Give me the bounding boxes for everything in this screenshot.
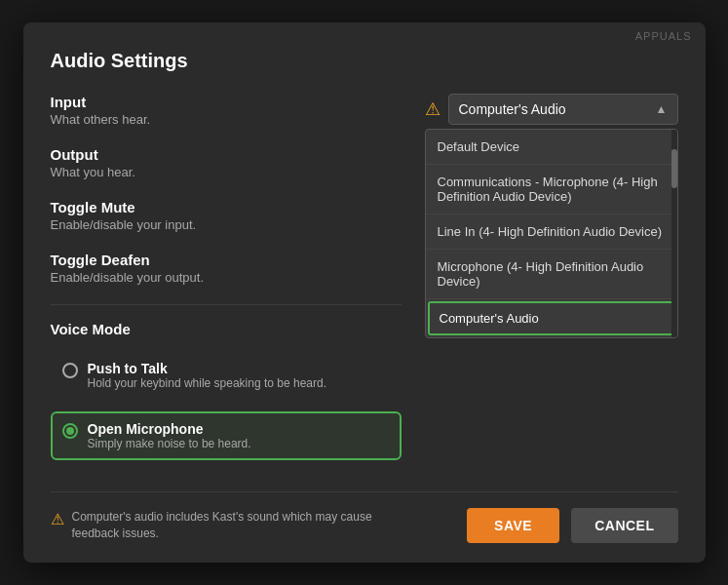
scrollbar-track bbox=[671, 130, 677, 337]
modal-footer: ⚠ Computer's audio includes Kast's sound… bbox=[51, 491, 678, 543]
output-desc: What you hear. bbox=[51, 165, 402, 179]
dropdown-item-mic[interactable]: Microphone (4- High Definition Audio Dev… bbox=[426, 250, 677, 299]
modal-title: Audio Settings bbox=[51, 50, 678, 72]
dropdown-item-linein[interactable]: Line In (4- High Definition Audio Device… bbox=[426, 214, 677, 250]
push-to-talk-option[interactable]: Push to Talk Hold your keybind while spe… bbox=[51, 351, 402, 400]
chevron-up-icon: ▲ bbox=[656, 102, 668, 116]
dropdown-list: Default Device Communications - Micropho… bbox=[425, 129, 678, 338]
footer-buttons: SAVE CANCEL bbox=[467, 508, 677, 543]
open-microphone-radio[interactable] bbox=[62, 423, 78, 439]
voice-mode-label: Voice Mode bbox=[51, 321, 402, 337]
push-to-talk-radio[interactable] bbox=[62, 363, 78, 378]
scrollbar-thumb[interactable] bbox=[671, 149, 677, 188]
toggle-deafen-label: Toggle Deafen bbox=[51, 252, 402, 268]
toggle-deafen-desc: Enable/disable your output. bbox=[51, 270, 402, 285]
save-button[interactable]: SAVE bbox=[467, 508, 559, 543]
input-label: Input bbox=[51, 94, 402, 110]
input-warning-icon: ⚠ bbox=[425, 98, 441, 120]
watermark: APPUALS bbox=[635, 30, 692, 42]
input-desc: What others hear. bbox=[51, 112, 402, 127]
dropdown-item-computer[interactable]: Computer's Audio bbox=[428, 301, 675, 335]
push-to-talk-label: Push to Talk bbox=[88, 361, 326, 376]
push-to-talk-text: Push to Talk Hold your keybind while spe… bbox=[88, 361, 326, 390]
dropdown-item-default[interactable]: Default Device bbox=[426, 130, 677, 165]
toggle-mute-setting: Toggle Mute Enable/disable your input. bbox=[51, 199, 402, 232]
settings-right: ⚠ Computer's Audio ▲ Default Device Comm… bbox=[425, 94, 678, 472]
settings-left: Input What others hear. Output What you … bbox=[51, 94, 402, 472]
footer-warning-icon: ⚠ bbox=[51, 510, 64, 528]
toggle-mute-desc: Enable/disable your input. bbox=[51, 217, 402, 232]
footer-warning: ⚠ Computer's audio includes Kast's sound… bbox=[51, 509, 421, 542]
dropdown-selected-row: ⚠ Computer's Audio ▲ bbox=[425, 94, 678, 125]
toggle-deafen-setting: Toggle Deafen Enable/disable your output… bbox=[51, 252, 402, 285]
output-label: Output bbox=[51, 146, 402, 163]
footer-warning-text: Computer's audio includes Kast's sound w… bbox=[72, 509, 421, 542]
toggle-mute-label: Toggle Mute bbox=[51, 199, 402, 215]
dropdown-button[interactable]: Computer's Audio ▲ bbox=[448, 94, 678, 125]
output-setting: Output What you hear. bbox=[51, 146, 402, 179]
cancel-button[interactable]: CANCEL bbox=[571, 508, 677, 543]
dropdown-item-comms[interactable]: Communications - Microphone (4- High Def… bbox=[426, 165, 677, 214]
push-to-talk-desc: Hold your keybind while speaking to be h… bbox=[88, 376, 326, 390]
open-microphone-option[interactable]: Open Microphone Simply make noise to be … bbox=[51, 411, 402, 460]
settings-layout: Input What others hear. Output What you … bbox=[51, 94, 678, 472]
open-microphone-desc: Simply make noise to be heard. bbox=[88, 437, 251, 450]
audio-settings-modal: APPUALS Audio Settings Input What others… bbox=[23, 22, 706, 563]
dropdown-selected-label: Computer's Audio bbox=[459, 101, 566, 117]
input-setting: Input What others hear. bbox=[51, 94, 402, 127]
open-microphone-label: Open Microphone bbox=[88, 421, 251, 437]
open-microphone-text: Open Microphone Simply make noise to be … bbox=[88, 421, 251, 450]
divider bbox=[51, 304, 402, 305]
